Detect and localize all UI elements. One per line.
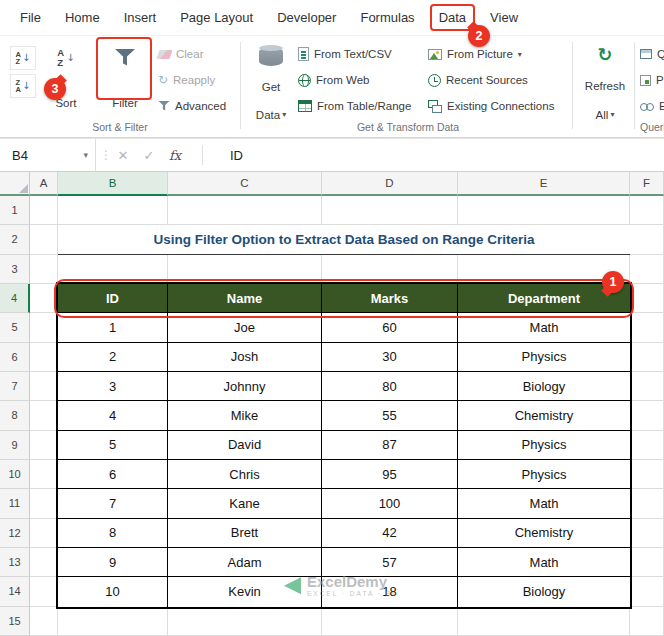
grid-cell-A9[interactable] <box>30 431 58 460</box>
grid-cell-A4[interactable] <box>30 284 58 313</box>
grid-cell-E15[interactable] <box>458 607 630 636</box>
row-header-12[interactable]: 12 <box>0 519 30 548</box>
grid-cell-A6[interactable] <box>30 343 58 372</box>
row-header-2[interactable]: 2 <box>0 225 30 254</box>
row-header-3[interactable]: 3 <box>0 255 30 284</box>
grid-cell-A3[interactable] <box>30 255 58 284</box>
grid-cell-A7[interactable] <box>30 372 58 401</box>
table-cell-E11[interactable]: Math <box>458 489 630 518</box>
table-cell-C10[interactable]: Chris <box>168 460 322 489</box>
table-cell-D14[interactable]: 18 <box>322 577 458 606</box>
column-header-B[interactable]: B <box>58 172 168 196</box>
grid-cell-F7[interactable] <box>630 372 664 401</box>
table-header-id[interactable]: ID <box>58 284 168 313</box>
table-cell-C12[interactable]: Brett <box>168 519 322 548</box>
from-table-range-button[interactable]: From Table/Range <box>298 95 411 117</box>
grid-cell-F15[interactable] <box>630 607 664 636</box>
grid-cell-A12[interactable] <box>30 519 58 548</box>
row-header-7[interactable]: 7 <box>0 372 30 401</box>
menu-tab-formulas[interactable]: Formulas <box>348 0 426 35</box>
grid-cell-F8[interactable] <box>630 401 664 430</box>
table-cell-B12[interactable]: 8 <box>58 519 168 548</box>
grid-cell-A10[interactable] <box>30 460 58 489</box>
formula-input[interactable]: ID <box>230 139 243 171</box>
sort-az-button[interactable]: AZ ↓ <box>10 46 36 70</box>
grid-cell-A13[interactable] <box>30 548 58 577</box>
table-cell-C11[interactable]: Kane <box>168 489 322 518</box>
row-header-6[interactable]: 6 <box>0 343 30 372</box>
grid-cell-A5[interactable] <box>30 313 58 342</box>
table-cell-B13[interactable]: 9 <box>58 548 168 577</box>
formula-bar-splitter[interactable]: ⋮ <box>100 148 112 162</box>
grid-cell-A1[interactable] <box>30 196 58 225</box>
column-header-D[interactable]: D <box>322 172 458 196</box>
grid-cell-F2[interactable] <box>630 225 664 254</box>
menu-tab-file[interactable]: File <box>8 0 53 35</box>
table-cell-E6[interactable]: Physics <box>458 343 630 372</box>
grid-cell-C3[interactable] <box>168 255 322 284</box>
table-cell-C9[interactable]: David <box>168 431 322 460</box>
table-cell-C5[interactable]: Joe <box>168 313 322 342</box>
column-header-E[interactable]: E <box>458 172 630 196</box>
grid-cell-C15[interactable] <box>168 607 322 636</box>
grid-cell-D3[interactable] <box>322 255 458 284</box>
row-header-5[interactable]: 5 <box>0 313 30 342</box>
grid-cell-F4[interactable] <box>630 284 664 313</box>
table-cell-D12[interactable]: 42 <box>322 519 458 548</box>
recent-sources-button[interactable]: Recent Sources <box>428 69 528 91</box>
table-cell-C14[interactable]: Kevin <box>168 577 322 606</box>
grid-cell-F3[interactable] <box>630 255 664 284</box>
grid-cell-A2[interactable] <box>30 225 58 254</box>
grid-cell-F12[interactable] <box>630 519 664 548</box>
grid-cell-F13[interactable] <box>630 548 664 577</box>
menu-tab-home[interactable]: Home <box>53 0 112 35</box>
title-cell[interactable]: Using Filter Option to Extract Data Base… <box>58 225 630 254</box>
table-cell-D7[interactable]: 80 <box>322 372 458 401</box>
from-web-button[interactable]: From Web <box>298 69 369 91</box>
properties-button[interactable]: Properties <box>640 69 664 91</box>
grid-cell-C1[interactable] <box>168 196 322 225</box>
row-header-9[interactable]: 9 <box>0 431 30 460</box>
grid-cell-E1[interactable] <box>458 196 630 225</box>
queries-connections-button[interactable]: Queries & Connections <box>640 43 664 65</box>
menu-tab-data[interactable]: Data2 <box>427 0 478 35</box>
table-header-name[interactable]: Name <box>168 284 322 313</box>
table-cell-C7[interactable]: Johnny <box>168 372 322 401</box>
existing-connections-button[interactable]: Existing Connections <box>428 95 554 117</box>
select-all-corner[interactable] <box>0 172 30 196</box>
row-header-14[interactable]: 14 <box>0 577 30 606</box>
menu-tab-developer[interactable]: Developer <box>265 0 348 35</box>
table-cell-B10[interactable]: 6 <box>58 460 168 489</box>
grid-cell-A11[interactable] <box>30 489 58 518</box>
grid-cell-A15[interactable] <box>30 607 58 636</box>
table-cell-D6[interactable]: 30 <box>322 343 458 372</box>
table-cell-D13[interactable]: 57 <box>322 548 458 577</box>
table-cell-D8[interactable]: 55 <box>322 401 458 430</box>
sort-button[interactable]: AZ ↓ Sort <box>42 44 90 110</box>
row-header-11[interactable]: 11 <box>0 489 30 518</box>
grid-cell-B1[interactable] <box>58 196 168 225</box>
advanced-button[interactable]: Advanced <box>158 95 226 117</box>
from-text-csv-button[interactable]: From Text/CSV <box>298 43 392 65</box>
table-cell-D11[interactable]: 100 <box>322 489 458 518</box>
row-header-8[interactable]: 8 <box>0 401 30 430</box>
grid-cell-D1[interactable] <box>322 196 458 225</box>
name-box[interactable]: B4 ▾ <box>0 139 96 171</box>
row-header-10[interactable]: 10 <box>0 460 30 489</box>
enter-button[interactable]: ✓ <box>138 139 160 171</box>
table-cell-E10[interactable]: Physics <box>458 460 630 489</box>
table-cell-E7[interactable]: Biology <box>458 372 630 401</box>
table-cell-E8[interactable]: Chemistry <box>458 401 630 430</box>
grid-cell-A14[interactable] <box>30 577 58 606</box>
table-cell-C6[interactable]: Josh <box>168 343 322 372</box>
grid-cell-D15[interactable] <box>322 607 458 636</box>
table-cell-E14[interactable]: Biology <box>458 577 630 606</box>
table-cell-B7[interactable]: 3 <box>58 372 168 401</box>
table-cell-D5[interactable]: 60 <box>322 313 458 342</box>
table-cell-B5[interactable]: 1 <box>58 313 168 342</box>
table-cell-B11[interactable]: 7 <box>58 489 168 518</box>
column-header-C[interactable]: C <box>168 172 322 196</box>
grid-cell-F9[interactable] <box>630 431 664 460</box>
clear-button[interactable]: Clear <box>158 43 203 65</box>
sort-za-button[interactable]: ZA ↓ <box>10 74 36 98</box>
